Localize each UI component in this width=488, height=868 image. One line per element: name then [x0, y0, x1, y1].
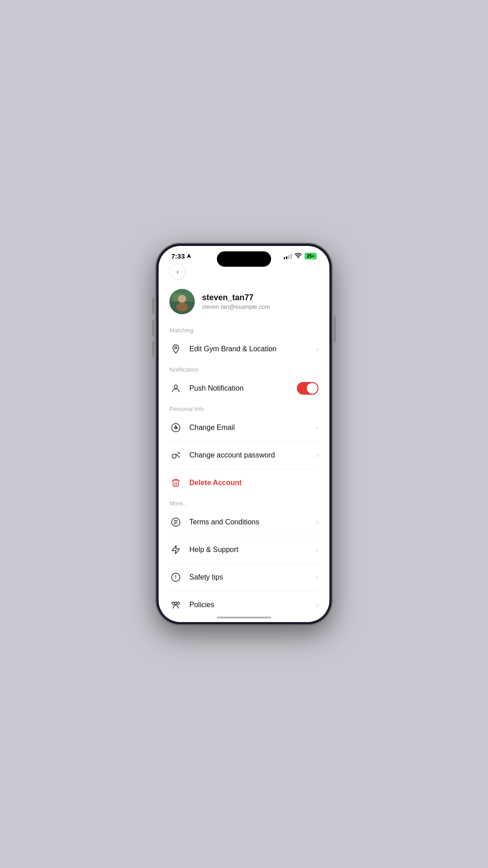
chevron-right-icon: › — [316, 345, 319, 353]
personal-info-section: Personal Info Change Email › — [169, 406, 319, 496]
status-time: 7:33 — [171, 252, 191, 260]
svg-point-4 — [178, 295, 186, 303]
notification-section: Notification Push Notification — [169, 366, 319, 402]
chevron-right-icon: › — [316, 424, 319, 431]
content-area: ‹ — [159, 264, 329, 614]
push-notification-item[interactable]: Push Notification — [169, 375, 319, 402]
delete-account-label: Delete Account — [189, 479, 242, 487]
safety-item[interactable]: Safety tips › — [169, 564, 319, 591]
battery-badge: 25+ — [305, 253, 317, 259]
more-section-label: More.. — [169, 500, 319, 507]
svg-point-14 — [177, 602, 180, 605]
info-icon — [169, 571, 182, 584]
more-section: More.. Terms and Conditions › — [169, 500, 319, 614]
status-right: 25+ — [284, 253, 317, 259]
policies-label: Policies — [189, 601, 214, 609]
edit-gym-label: Edit Gym Brand & Location — [189, 345, 277, 353]
lightning-icon — [169, 543, 182, 556]
location-arrow-icon — [187, 254, 191, 259]
user-bell-icon — [169, 382, 182, 395]
help-item[interactable]: Help & Support › — [169, 536, 319, 564]
edit-gym-item[interactable]: Edit Gym Brand & Location › — [169, 335, 319, 363]
policies-item[interactable]: Policies › — [169, 591, 319, 614]
svg-point-15 — [172, 602, 175, 605]
back-arrow-icon: ‹ — [177, 268, 179, 275]
svg-point-6 — [175, 347, 177, 349]
change-email-item[interactable]: Change Email › — [169, 414, 319, 442]
profile-info: steven_tan77 steven.tan@example.com — [202, 293, 270, 310]
home-indicator — [217, 617, 271, 618]
location-icon — [169, 343, 182, 355]
chevron-right-icon: › — [316, 519, 319, 526]
time-text: 7:33 — [171, 252, 185, 260]
chevron-right-icon: › — [316, 452, 319, 459]
email: steven.tan@example.com — [202, 303, 270, 310]
svg-point-7 — [174, 385, 177, 388]
help-label: Help & Support — [189, 546, 239, 554]
status-bar: 7:33 — [159, 246, 329, 264]
toggle-thumb — [307, 383, 318, 394]
svg-point-13 — [174, 602, 177, 605]
terms-item[interactable]: Terms and Conditions › — [169, 509, 319, 536]
wifi-icon — [295, 253, 302, 259]
signal-icon — [284, 254, 292, 259]
back-button[interactable]: ‹ — [169, 264, 186, 280]
phone-frame: 7:33 — [156, 243, 332, 625]
profile-section: steven_tan77 steven.tan@example.com — [169, 289, 319, 314]
email-icon — [169, 421, 182, 434]
svg-point-5 — [176, 302, 188, 311]
phone-screen: 7:33 — [159, 246, 329, 622]
safety-label: Safety tips — [189, 573, 223, 581]
personal-info-section-label: Personal Info — [169, 406, 319, 412]
change-email-label: Change Email — [189, 424, 235, 432]
chevron-right-icon: › — [316, 601, 319, 609]
key-icon — [169, 449, 182, 462]
delete-account-item[interactable]: Delete Account — [169, 469, 319, 496]
notification-section-label: Notification — [169, 366, 319, 373]
svg-point-0 — [298, 258, 299, 258]
chevron-right-icon: › — [316, 574, 319, 581]
chevron-right-icon: › — [316, 546, 319, 553]
push-notification-label: Push Notification — [189, 384, 244, 392]
push-notification-toggle[interactable] — [297, 382, 319, 395]
trash-icon — [169, 476, 182, 489]
change-password-label: Change account password — [189, 451, 275, 459]
username: steven_tan77 — [202, 293, 270, 302]
terms-label: Terms and Conditions — [189, 518, 259, 526]
policies-icon — [169, 599, 182, 611]
avatar — [169, 289, 195, 314]
svg-point-10 — [172, 454, 176, 458]
document-icon — [169, 516, 182, 528]
avatar-image — [169, 289, 195, 314]
change-password-item[interactable]: Change account password › — [169, 442, 319, 469]
matching-section-label: Matching — [169, 327, 319, 334]
matching-section: Matching Edit Gym Brand & Location › — [169, 327, 319, 363]
